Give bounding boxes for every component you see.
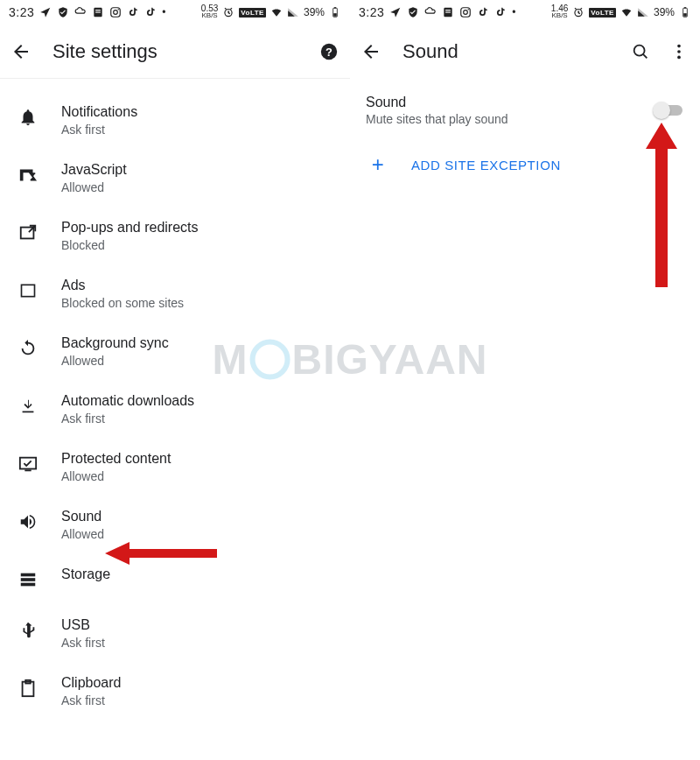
svg-point-26 bbox=[464, 11, 468, 15]
popup-icon bbox=[16, 221, 40, 245]
tiktok-icon bbox=[477, 6, 489, 18]
svg-point-34 bbox=[677, 45, 681, 48]
javascript-icon bbox=[16, 163, 40, 187]
svg-rect-23 bbox=[445, 10, 451, 11]
signal-icon bbox=[287, 6, 299, 18]
sync-icon bbox=[16, 336, 40, 361]
notes-icon bbox=[442, 6, 454, 18]
bell-icon bbox=[16, 105, 40, 130]
status-bar-left: 3:23 • 0.53KB/S VoLTE 39% bbox=[0, 0, 350, 25]
shield-icon bbox=[57, 6, 69, 18]
item-javascript[interactable]: JavaScriptAllowed bbox=[0, 149, 350, 207]
item-title: USB bbox=[61, 616, 334, 634]
item-sub: Ask first bbox=[61, 123, 334, 137]
settings-list: NotificationsAsk first JavaScriptAllowed… bbox=[0, 79, 350, 720]
item-title: Background sync bbox=[61, 334, 334, 352]
svg-rect-8 bbox=[334, 7, 336, 8]
clipboard-icon bbox=[16, 676, 40, 700]
svg-rect-13 bbox=[22, 285, 35, 296]
sound-title: Sound bbox=[366, 95, 653, 110]
item-sub: Ask first bbox=[61, 636, 334, 650]
wifi-icon bbox=[620, 6, 633, 18]
volte-badge: VoLTE bbox=[239, 8, 266, 18]
help-button[interactable]: ? bbox=[318, 41, 340, 62]
phone-right: 3:23 • 1.46KB/S VoLTE 39% Sound bbox=[350, 0, 700, 760]
item-title: Storage bbox=[61, 566, 334, 583]
svg-rect-30 bbox=[684, 7, 686, 8]
wifi-icon bbox=[270, 6, 283, 18]
item-popups[interactable]: Pop-ups and redirectsBlocked bbox=[0, 207, 350, 264]
svg-text:?: ? bbox=[326, 45, 332, 58]
svg-point-35 bbox=[677, 50, 681, 53]
location-icon bbox=[39, 6, 52, 18]
svg-line-33 bbox=[643, 54, 647, 58]
svg-point-5 bbox=[118, 9, 119, 10]
tiktok-icon bbox=[144, 6, 157, 18]
svg-point-36 bbox=[677, 56, 681, 60]
back-button[interactable] bbox=[360, 41, 382, 62]
item-automatic-downloads[interactable]: Automatic downloadsAsk first bbox=[0, 380, 350, 438]
plus-icon: + bbox=[366, 152, 390, 177]
item-title: Ads bbox=[61, 277, 334, 294]
item-sub: Allowed bbox=[61, 527, 334, 541]
item-notifications[interactable]: NotificationsAsk first bbox=[0, 91, 350, 149]
page-title: Sound bbox=[402, 40, 609, 63]
usb-icon bbox=[16, 618, 40, 643]
item-title: Notifications bbox=[61, 103, 334, 121]
svg-rect-17 bbox=[21, 578, 36, 581]
svg-marker-37 bbox=[646, 123, 677, 287]
status-dot: • bbox=[512, 6, 515, 18]
search-button[interactable] bbox=[630, 41, 651, 62]
svg-rect-18 bbox=[21, 583, 36, 587]
item-clipboard[interactable]: ClipboardAsk first bbox=[0, 662, 350, 720]
volte-badge: VoLTE bbox=[589, 8, 616, 18]
battery-percent: 39% bbox=[304, 6, 325, 18]
tiktok-icon bbox=[494, 6, 507, 18]
add-label: ADD SITE EXCEPTION bbox=[411, 158, 561, 172]
item-title: Automatic downloads bbox=[61, 392, 334, 410]
signal-icon bbox=[637, 6, 649, 18]
item-title: Clipboard bbox=[61, 674, 334, 692]
sound-icon bbox=[16, 510, 40, 534]
annotation-arrow-toggle bbox=[644, 123, 679, 289]
item-title: Protected content bbox=[61, 450, 334, 468]
item-background-sync[interactable]: Background syncAllowed bbox=[0, 322, 350, 380]
page-title: Site settings bbox=[52, 40, 298, 63]
item-sub: Allowed bbox=[61, 469, 334, 483]
svg-point-4 bbox=[114, 11, 118, 15]
location-icon bbox=[389, 6, 402, 18]
item-sub: Blocked bbox=[61, 238, 334, 252]
svg-rect-2 bbox=[95, 11, 101, 12]
download-icon bbox=[16, 394, 40, 419]
data-speed: 0.53KB/S bbox=[201, 5, 218, 19]
overflow-menu-button[interactable] bbox=[668, 41, 690, 62]
status-bar-right: 3:23 • 1.46KB/S VoLTE 39% bbox=[350, 0, 700, 25]
item-protected-content[interactable]: Protected contentAllowed bbox=[0, 438, 350, 496]
app-bar-left: Site settings ? bbox=[0, 25, 350, 79]
svg-rect-9 bbox=[333, 13, 337, 17]
item-sub: Blocked on some sites bbox=[61, 296, 334, 310]
item-usb[interactable]: USBAsk first bbox=[0, 604, 350, 662]
instagram-icon bbox=[109, 6, 122, 18]
svg-rect-16 bbox=[21, 574, 36, 577]
battery-icon bbox=[329, 6, 341, 18]
sound-sub: Mute sites that play sound bbox=[366, 112, 653, 126]
item-sub: Ask first bbox=[61, 693, 334, 707]
back-button[interactable] bbox=[10, 41, 32, 62]
item-sub: Ask first bbox=[61, 412, 334, 426]
svg-marker-21 bbox=[105, 542, 217, 565]
svg-point-32 bbox=[634, 46, 645, 56]
storage-icon bbox=[16, 567, 40, 592]
item-ads[interactable]: AdsBlocked on some sites bbox=[0, 264, 350, 322]
battery-percent: 39% bbox=[654, 6, 675, 18]
item-title: Sound bbox=[61, 508, 334, 525]
svg-rect-31 bbox=[683, 13, 687, 17]
status-dot: • bbox=[162, 6, 165, 18]
alarm-icon bbox=[572, 6, 584, 18]
protected-icon bbox=[16, 452, 40, 476]
alarm-icon bbox=[222, 6, 234, 18]
sound-toggle[interactable] bbox=[653, 102, 684, 119]
app-bar-right: Sound bbox=[350, 25, 700, 79]
notes-icon bbox=[92, 6, 104, 18]
status-time: 3:23 bbox=[9, 5, 34, 19]
